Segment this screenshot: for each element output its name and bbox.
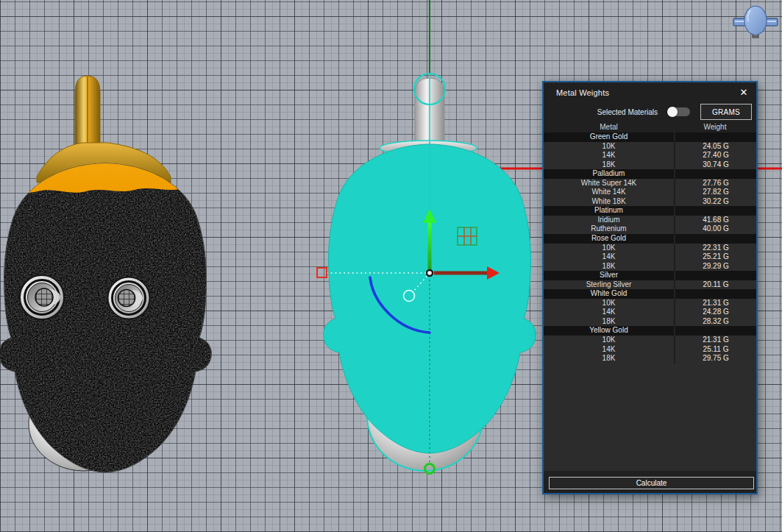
selected-materials-label: Selected Materials	[597, 108, 658, 116]
weight-column-header: Weight	[674, 121, 756, 132]
metal-row[interactable]: 14K24.28 G	[544, 308, 756, 317]
mini-ring-preview[interactable]	[733, 6, 778, 38]
toggle-knob	[667, 107, 678, 117]
cad-viewport[interactable]: Metal Weights ✕ Selected Materials GRAMS…	[0, 0, 782, 532]
metal-weights-panel: Metal Weights ✕ Selected Materials GRAMS…	[542, 81, 758, 494]
origin-point[interactable]	[426, 269, 433, 277]
metal-row[interactable]: 18K28.32 G	[544, 317, 756, 327]
metal-row[interactable]: Iridium41.68 G	[544, 216, 756, 225]
category-row[interactable]: Palladium	[544, 169, 756, 179]
eye-bezel-right	[108, 277, 150, 319]
metal-row[interactable]: Ruthenium40.00 G	[544, 224, 756, 234]
metal-row[interactable]: 14K25.11 G	[544, 345, 756, 355]
category-row[interactable]: Rose Gold	[544, 234, 756, 244]
category-row[interactable]: Yellow Gold	[544, 326, 756, 336]
metal-table-body: Green Gold10K24.05 G14K27.40 G18K30.74 G…	[544, 132, 756, 471]
metal-row[interactable]: 10K24.05 G	[544, 142, 756, 152]
metal-row[interactable]: Sterling Silver20.11 G	[544, 280, 756, 290]
metal-row[interactable]: 10K22.31 G	[544, 244, 756, 253]
selected-materials-toggle[interactable]	[668, 107, 690, 116]
metal-row[interactable]: 18K29.29 G	[544, 262, 756, 272]
metal-row[interactable]: 10K21.31 G	[544, 336, 756, 345]
metal-row[interactable]: 14K27.40 G	[544, 151, 756, 160]
metal-row[interactable]: 14K25.21 G	[544, 252, 756, 262]
table-column-headers: Metal Weight	[544, 121, 756, 132]
silver-bail	[380, 74, 477, 155]
metal-row[interactable]: White 18K30.22 G	[544, 197, 756, 207]
metal-row[interactable]: 18K30.74 G	[544, 160, 756, 170]
eye-bezel-left	[20, 275, 64, 319]
metal-row[interactable]: White Super 14K27.76 G	[544, 179, 756, 188]
metal-row[interactable]: 18K29.75 G	[544, 354, 756, 363]
metal-column-header: Metal	[544, 121, 674, 132]
close-icon[interactable]: ✕	[737, 86, 750, 99]
category-row[interactable]: White Gold	[544, 289, 756, 299]
category-row[interactable]: Green Gold	[544, 132, 756, 142]
metal-row[interactable]: 10K21.31 G	[544, 299, 756, 308]
units-button[interactable]: GRAMS	[700, 104, 752, 120]
panel-title: Metal Weights	[556, 88, 609, 97]
metal-row[interactable]: White 14K27.82 G	[544, 188, 756, 197]
calculate-button[interactable]: Calculate	[549, 477, 754, 489]
panel-title-bar[interactable]: Metal Weights ✕	[544, 82, 756, 102]
category-row[interactable]: Platinum	[544, 206, 756, 216]
selected-materials-row: Selected Materials GRAMS	[544, 102, 756, 121]
snap-square-handle[interactable]	[317, 268, 327, 277]
skull-pendant-rendered[interactable]	[0, 76, 235, 472]
category-row[interactable]: Silver	[544, 271, 756, 280]
